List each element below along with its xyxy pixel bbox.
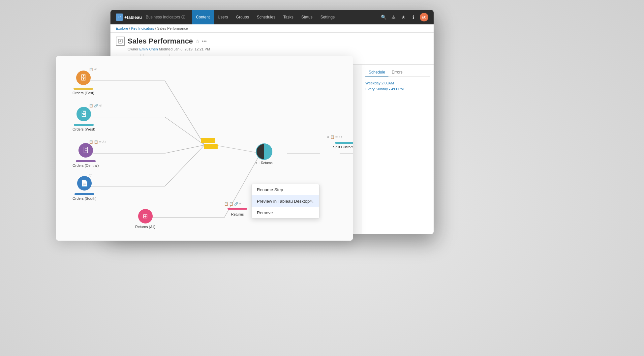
node-east-icon: 🗄 — [80, 74, 87, 82]
site-info-icon: ⓘ — [181, 15, 185, 20]
search-icon[interactable]: 🔍 — [380, 15, 387, 20]
schedule-item-2[interactable]: Every Sunday - 4:00PM — [365, 86, 430, 92]
owner-name[interactable]: Emily Chen — [139, 47, 158, 51]
cursor-icon: ↖ — [310, 198, 314, 204]
split-icons: ⚙ 📋 ✏ 𝐴↑ — [326, 135, 342, 139]
page-title: Sales Performance — [128, 37, 193, 45]
owner-label: Owner — [128, 47, 139, 51]
alert-icon[interactable]: ⚠ — [390, 15, 397, 20]
favorites-icon[interactable]: ★ — [400, 15, 407, 20]
node-east-icons: 📋𝐴↑ — [89, 67, 98, 71]
split-bar — [335, 142, 353, 144]
node-central-icon: 🗄 — [82, 147, 89, 154]
node-returns-bar — [228, 208, 247, 210]
schedule-list: Weekday 2:00AM Every Sunday - 4:00PM — [365, 80, 430, 92]
node-returns[interactable]: Returns — [228, 207, 247, 216]
context-menu: Rename Step Preview in Tableau Desktop ↖… — [251, 184, 320, 219]
logo-text: +tableau — [124, 15, 142, 20]
node-orders-west[interactable]: 📋🔗𝐴↑ 🗄 Orders (West) — [73, 107, 95, 131]
split-label: Split Customer — [333, 145, 353, 149]
title-actions: ☆ ••• — [196, 39, 207, 44]
node-central-circle[interactable]: 🗄 — [78, 143, 93, 158]
flow-icon — [116, 37, 125, 46]
context-menu-remove[interactable]: Remove — [252, 207, 319, 218]
context-menu-preview[interactable]: Preview in Tableau Desktop ↖ — [252, 195, 319, 207]
nav-content[interactable]: Content — [192, 10, 214, 24]
topnav-right: 🔍 ⚠ ★ ℹ EC — [380, 13, 428, 21]
split-customer-step[interactable]: ⚙ 📋 ✏ 𝐴↑ Split Customer — [333, 141, 353, 149]
node-returns-all-icon: ⊞ — [143, 213, 148, 220]
node-west-bar — [74, 124, 94, 126]
nav-users[interactable]: Users — [214, 10, 232, 24]
node-east-bar — [74, 88, 93, 90]
svg-line-4 — [165, 117, 204, 145]
svg-line-6 — [165, 145, 204, 153]
title-row: Sales Performance ☆ ••• — [116, 37, 428, 46]
nav-tasks[interactable]: Tasks — [279, 10, 297, 24]
nav-groups[interactable]: Groups — [232, 10, 253, 24]
flow-canvas-inner[interactable]: 📋𝐴↑ 🗄 Orders (East) 📋🔗𝐴↑ 🗄 Orders (West)… — [56, 56, 353, 241]
join-circle[interactable] — [256, 143, 272, 160]
node-south-bar — [75, 193, 94, 195]
breadcrumb: Explore / Key Indicators / Sales Perform… — [110, 24, 434, 33]
node-west-icons: 📋🔗𝐴↑ — [89, 104, 103, 107]
node-west-icon: 🗄 — [80, 110, 87, 118]
union-step[interactable] — [201, 138, 218, 149]
user-avatar[interactable]: EC — [420, 13, 428, 21]
node-returns-all-label: Returns (All) — [135, 225, 155, 229]
svg-line-8 — [165, 145, 204, 186]
tab-errors[interactable]: Errors — [388, 69, 406, 76]
node-central-bar — [76, 160, 96, 162]
flow-canvas-foreground: 📋𝐴↑ 🗄 Orders (East) 📋🔗𝐴↑ 🗄 Orders (West)… — [56, 56, 353, 241]
union-block-1 — [201, 138, 215, 143]
node-central-icons: 📋📋✏𝐴↑ — [89, 140, 106, 144]
node-south-label: Orders (South) — [73, 196, 97, 200]
more-options-icon[interactable]: ••• — [202, 39, 207, 44]
join-step[interactable]: s + Returns — [256, 143, 272, 165]
node-returns-all[interactable]: ⊞ Returns (All) — [135, 209, 155, 229]
nav-settings[interactable]: Settings — [317, 10, 339, 24]
node-orders-south[interactable]: ▽ 📄 Orders (South) — [73, 176, 97, 200]
right-panel: Schedule Errors Weekday 2:00AM Every Sun… — [361, 65, 434, 234]
top-navigation: +t +tableau Business Indicators ⓘ Conten… — [110, 10, 434, 24]
site-name: Business Indicators — [146, 15, 180, 19]
site-selector[interactable]: Business Indicators ⓘ — [146, 15, 185, 20]
node-orders-east[interactable]: 📋𝐴↑ 🗄 Orders (East) — [73, 71, 94, 95]
modified-date: Modified Jan 8, 2019, 12:21 PM — [159, 47, 210, 51]
nav-schedules[interactable]: Schedules — [253, 10, 279, 24]
node-returns-label: Returns — [231, 212, 244, 216]
breadcrumb-key-indicators[interactable]: Key Indicators — [131, 26, 154, 30]
union-block-2 — [204, 144, 218, 149]
tab-schedule[interactable]: Schedule — [365, 69, 388, 76]
node-west-circle[interactable]: 🗄 — [77, 107, 91, 121]
schedule-item-1[interactable]: Weekday 2:00AM — [365, 80, 430, 86]
context-menu-rename[interactable]: Rename Step — [252, 184, 319, 195]
page-meta: Owner Emily Chen Modified Jan 8, 2019, 1… — [128, 47, 428, 51]
svg-line-2 — [165, 81, 204, 145]
info-icon[interactable]: ℹ — [410, 15, 416, 20]
favorite-icon[interactable]: ☆ — [196, 39, 200, 44]
breadcrumb-current: Sales Performance — [157, 26, 188, 30]
node-south-circle[interactable]: 📄 — [77, 176, 92, 191]
node-south-icons: ▽ — [89, 173, 92, 177]
node-returns-all-circle[interactable]: ⊞ — [138, 209, 153, 223]
node-central-label: Orders (Central) — [73, 163, 99, 167]
node-orders-central[interactable]: 📋📋✏𝐴↑ 🗄 Orders (Central) — [73, 143, 99, 167]
join-label: s + Returns — [256, 161, 272, 165]
breadcrumb-explore[interactable]: Explore — [116, 26, 128, 30]
node-east-label: Orders (East) — [73, 91, 94, 95]
logo-icon: +t — [116, 14, 123, 21]
node-south-icon: 📄 — [81, 180, 88, 187]
node-east-circle[interactable]: 🗄 — [76, 71, 91, 85]
main-nav: Content Users Groups Schedules Tasks Sta… — [192, 10, 380, 24]
returns-step-icons: 📋 📋 🔗 ✏ — [224, 200, 241, 206]
panel-tabs: Schedule Errors — [365, 69, 430, 77]
tableau-logo[interactable]: +t +tableau — [116, 14, 142, 21]
node-west-label: Orders (West) — [73, 127, 95, 131]
svg-line-12 — [214, 145, 261, 153]
nav-status[interactable]: Status — [297, 10, 317, 24]
